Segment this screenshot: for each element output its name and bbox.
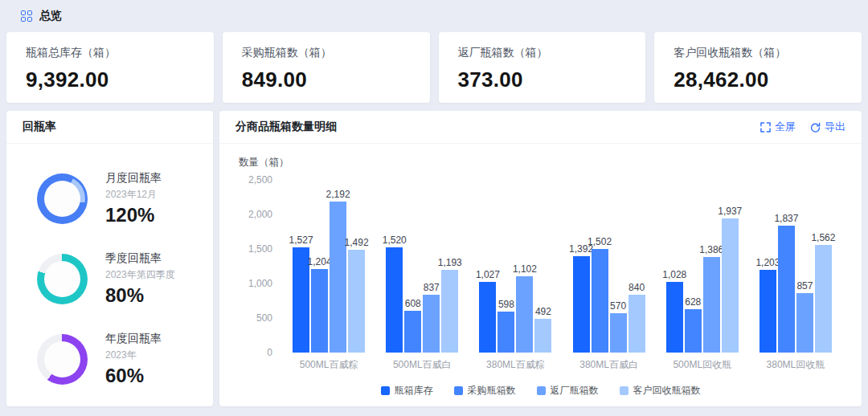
bar-value-label: 1,193 (438, 257, 462, 268)
bar (815, 245, 832, 353)
detail-panel-header: 分商品瓶箱数量明细 全屏 导出 (219, 111, 862, 144)
bar-column: 1,204 (311, 180, 328, 353)
bar-value-label: 1,028 (662, 269, 686, 280)
category-label: 380ML百威白 (563, 358, 656, 372)
bar (610, 313, 627, 353)
bar-value-label: 1,027 (476, 269, 500, 280)
gauge-value: 60% (105, 365, 162, 387)
gauge-period: 2023年第四季度 (105, 268, 175, 282)
stat-label: 返厂瓶箱数（箱） (458, 46, 627, 60)
bar-value-label: 2,192 (326, 189, 350, 200)
bar-group: 1,5271,2042,1921,492 (282, 180, 375, 353)
gauge-value: 80% (105, 284, 175, 307)
bar-value-label: 1,937 (718, 206, 742, 217)
y-tick-label: 1,500 (248, 243, 272, 255)
bar-group: 1,5206088371,193 (375, 180, 469, 353)
legend-item[interactable]: 瓶箱库存 (381, 384, 433, 398)
bar (330, 202, 346, 353)
stat-card-returned-factory: 返厂瓶箱数（箱） 373.00 (439, 32, 646, 103)
legend-item[interactable]: 返厂瓶箱数 (537, 384, 599, 398)
bar (441, 270, 458, 353)
legend-swatch (620, 386, 628, 395)
bar-column: 1,193 (441, 180, 458, 353)
bar (423, 295, 440, 353)
stat-label: 客户回收瓶箱数（箱） (674, 46, 842, 60)
bar-value-label: 570 (610, 300, 626, 312)
donut-chart-monthly (37, 173, 88, 224)
bar (348, 250, 365, 353)
gauge-monthly: 月度回瓶率 2023年12月 120% (37, 171, 213, 226)
legend-label: 采购瓶箱数 (468, 384, 516, 398)
detail-panel-title: 分商品瓶箱数量明细 (235, 120, 337, 134)
y-tick-label: 2,000 (248, 209, 272, 220)
return-rate-panel-header: 回瓶率 (6, 111, 213, 144)
bar-column: 1,028 (666, 180, 683, 353)
gauge-list: 月度回瓶率 2023年12月 120% 季度回瓶率 2023年第四季度 80% (6, 144, 213, 387)
bar (311, 269, 328, 353)
gauge-yearly: 年度回瓶率 2023年 60% (37, 332, 213, 387)
bar (592, 249, 608, 353)
bar-column: 1,520 (386, 180, 403, 353)
y-axis: 05001,0001,5002,0002,500 (239, 180, 282, 353)
bar (479, 282, 496, 353)
page-title: 总览 (39, 9, 62, 23)
donut-chart-quarterly (37, 254, 88, 304)
bar-value-label: 1,204 (308, 256, 332, 267)
bar-group: 1,3921,502570840 (563, 180, 656, 353)
plot-area: 1,5271,2042,1921,4921,5206088371,1931,02… (282, 180, 842, 353)
bar-column: 1,492 (348, 180, 365, 353)
bar-group: 1,2031,8378571,562 (749, 180, 842, 353)
stat-label: 瓶箱总库存（箱） (26, 46, 194, 60)
bar-column: 570 (610, 180, 627, 353)
legend-label: 客户回收瓶箱数 (633, 384, 701, 398)
bar (760, 270, 776, 353)
stat-value: 28,462.00 (674, 67, 842, 92)
bar-value-label: 840 (628, 282, 645, 293)
y-tick-label: 500 (256, 312, 272, 324)
x-axis: 500ML百威粽500ML百威白380ML百威粽380ML百威白500ML回收瓶… (282, 358, 842, 372)
chart-legend: 瓶箱库存采购瓶箱数返厂瓶箱数客户回收瓶箱数 (239, 384, 842, 398)
category-label: 380ML回收瓶 (749, 358, 842, 372)
legend-item[interactable]: 客户回收瓶箱数 (620, 384, 701, 398)
fullscreen-button[interactable]: 全屏 (760, 120, 796, 134)
bar-column: 857 (796, 180, 813, 353)
donut-chart-yearly (37, 334, 88, 385)
bar-column: 1,102 (516, 180, 533, 353)
y-tick-label: 0 (267, 347, 272, 358)
bar (497, 312, 514, 353)
stat-value: 9,392.00 (26, 67, 194, 92)
bar (573, 256, 590, 353)
gauge-quarterly: 季度回瓶率 2023年第四季度 80% (37, 251, 213, 307)
stat-cards-row: 瓶箱总库存（箱） 9,392.00 采购瓶箱数（箱） 849.00 返厂瓶箱数（… (6, 32, 862, 103)
bar-column: 628 (685, 180, 702, 353)
bar-column: 1,203 (760, 180, 776, 353)
main-row: 回瓶率 月度回瓶率 2023年12月 120% 季度回瓶率 (6, 111, 862, 406)
bar (703, 257, 720, 353)
stat-value: 849.00 (242, 67, 411, 92)
bar-column: 1,027 (479, 180, 496, 353)
bar-column: 1,937 (722, 180, 739, 353)
gauge-name: 月度回瓶率 (105, 171, 162, 186)
gauge-value: 120% (105, 204, 162, 226)
bar-value-label: 628 (685, 296, 701, 308)
bar-column: 840 (628, 180, 645, 353)
bar (534, 319, 551, 353)
gauge-period: 2023年 (105, 349, 162, 362)
bar (628, 295, 645, 353)
stat-card-total-stock: 瓶箱总库存（箱） 9,392.00 (6, 32, 214, 103)
legend-swatch (381, 386, 390, 395)
legend-item[interactable]: 采购瓶箱数 (454, 384, 516, 398)
gauge-name: 年度回瓶率 (105, 332, 162, 346)
bar-value-label: 1,837 (774, 213, 798, 224)
bar-value-label: 857 (796, 280, 813, 292)
export-button[interactable]: 导出 (810, 120, 845, 134)
category-label: 500ML回收瓶 (656, 358, 749, 372)
category-label: 500ML百威白 (375, 358, 469, 372)
bar-value-label: 1,562 (811, 232, 835, 243)
category-label: 380ML百威粽 (469, 358, 562, 372)
bar-value-label: 1,203 (755, 257, 780, 268)
bar-column: 1,562 (815, 180, 832, 353)
bar-value-label: 1,386 (699, 244, 723, 255)
bar-value-label: 492 (535, 306, 551, 317)
bar-group: 1,0286281,3861,937 (656, 180, 749, 353)
